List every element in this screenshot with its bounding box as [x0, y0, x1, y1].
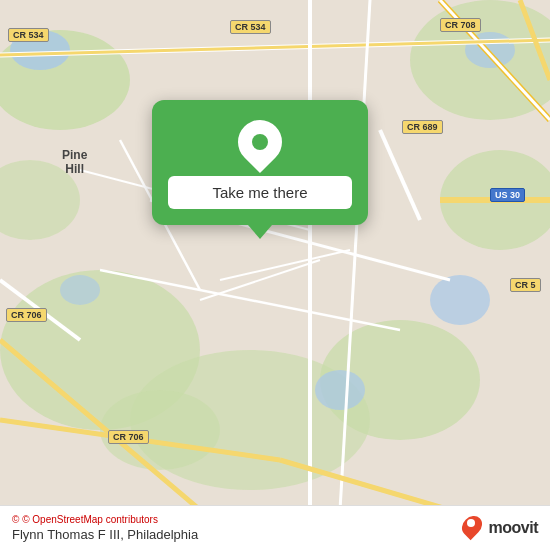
road-label-cr706-bottom: CR 706 [108, 430, 149, 444]
road-label-cr534-tc: CR 534 [230, 20, 271, 34]
map-container: CR 534 CR 534 CR 708 CR 689 US 30 CR 706… [0, 0, 550, 550]
take-me-there-button[interactable]: Take me there [168, 176, 352, 209]
location-name: Flynn Thomas F III, Philadelphia [12, 527, 198, 542]
moovit-logo-icon [463, 515, 485, 541]
bottom-bar: © © OpenStreetMap contributors Flynn Tho… [0, 505, 550, 550]
road-label-cr689: CR 689 [402, 120, 443, 134]
pin-icon-inner [252, 134, 268, 150]
svg-point-11 [430, 275, 490, 325]
road-label-cr706-left: CR 706 [6, 308, 47, 322]
moovit-logo: moovit [463, 515, 538, 541]
road-label-cr708: CR 708 [440, 18, 481, 32]
copyright-symbol: © [12, 514, 19, 525]
svg-point-12 [315, 370, 365, 410]
road-label-cr534-tl: CR 534 [8, 28, 49, 42]
pine-hill-label: PineHill [62, 148, 87, 176]
location-pin-icon [229, 111, 291, 173]
bottom-left-info: © © OpenStreetMap contributors Flynn Tho… [12, 514, 198, 542]
road-label-us30: US 30 [490, 188, 525, 202]
svg-point-13 [60, 275, 100, 305]
popup-card: Take me there [152, 100, 368, 225]
map-svg [0, 0, 550, 510]
road-label-cr5: CR 5 [510, 278, 541, 292]
osm-attribution-text: © OpenStreetMap contributors [22, 514, 158, 525]
moovit-text: moovit [489, 519, 538, 537]
osm-attribution: © © OpenStreetMap contributors [12, 514, 198, 525]
